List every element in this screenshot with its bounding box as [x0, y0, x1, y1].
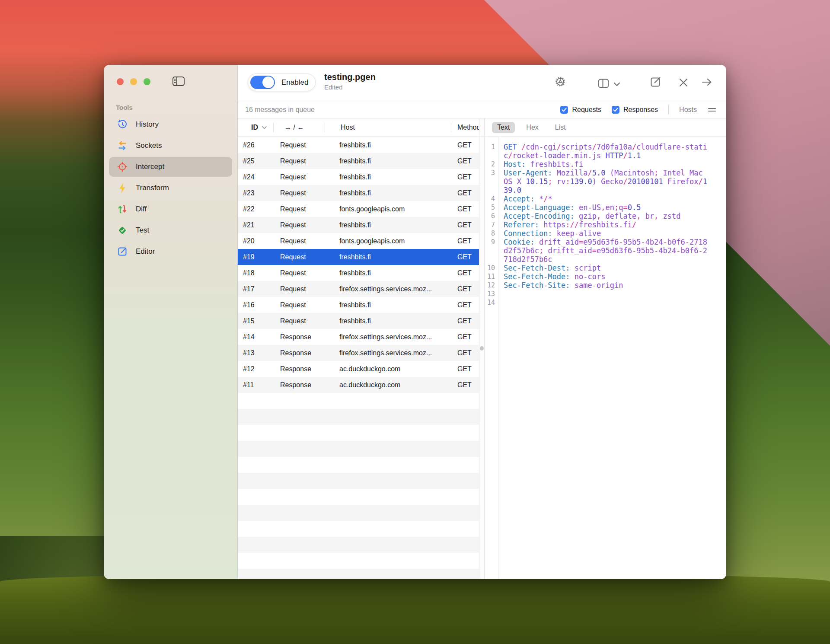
sidebar-toggle-icon[interactable] [171, 75, 186, 89]
compose-icon[interactable] [649, 75, 662, 90]
cell-direction: Request [273, 189, 325, 197]
table-row[interactable]: #26Requestfreshbits.fiGET [238, 137, 479, 153]
column-header-id[interactable]: ID [238, 124, 273, 131]
header-separator [273, 123, 274, 132]
code-line: 718d2f57b6c [485, 255, 726, 264]
cell-id: #21 [238, 221, 273, 229]
divider [668, 105, 669, 115]
settings-gear-icon[interactable] [554, 75, 567, 90]
column-header-method: Method [451, 124, 479, 131]
line-number: 2 [485, 160, 498, 169]
checkbox-label: Responses [623, 106, 658, 114]
tab-list[interactable]: List [550, 122, 571, 133]
filter-checkboxes: RequestsResponses [560, 106, 658, 114]
table-row[interactable]: #14Responsefirefox.settings.services.moz… [238, 329, 479, 345]
zoom-window-button[interactable] [144, 78, 150, 85]
toggle-label: Enabled [281, 78, 308, 87]
toggle-switch[interactable] [250, 76, 275, 89]
code-line: OS X 10.15; rv:139.0) Gecko/20100101 Fir… [485, 177, 726, 186]
enabled-toggle[interactable]: Enabled [248, 73, 316, 91]
line-number: 1 [485, 143, 498, 151]
cell-host: firefox.settings.services.moz... [325, 285, 451, 293]
cell-method: GET [451, 237, 479, 245]
table-row[interactable]: #20Requestfonts.googleapis.comGET [238, 233, 479, 249]
table-row[interactable]: #15Requestfreshbits.fiGET [238, 313, 479, 329]
sidebar-item-editor[interactable]: Editor [109, 242, 232, 261]
pane-splitter[interactable] [479, 118, 485, 579]
table-row[interactable]: #19Requestfreshbits.fiGET [238, 249, 479, 265]
table-row[interactable]: #24Requestfreshbits.fiGET [238, 169, 479, 185]
sidebar-item-sockets[interactable]: Sockets [109, 136, 232, 156]
header-separator [325, 123, 325, 132]
empty-row [238, 409, 479, 425]
sidebar-item-history[interactable]: History [109, 115, 232, 134]
header-separator [451, 123, 451, 132]
empty-row [238, 457, 479, 473]
sockets-arrows-icon [117, 140, 128, 151]
split-view-icon[interactable] [597, 77, 610, 92]
table-row[interactable]: #22Requestfonts.googleapis.comGET [238, 201, 479, 217]
cell-direction: Request [273, 157, 325, 165]
arrow-right-icon[interactable] [700, 76, 713, 90]
line-number [485, 246, 498, 255]
cell-method: GET [451, 221, 479, 229]
tab-hex[interactable]: Hex [521, 122, 543, 133]
empty-row [238, 569, 479, 579]
intercept-target-icon [117, 161, 128, 172]
table-row[interactable]: #13Responsefirefox.settings.services.moz… [238, 345, 479, 361]
table-row[interactable]: #18Requestfreshbits.fiGET [238, 265, 479, 281]
table-row[interactable]: #16Requestfreshbits.fiGET [238, 297, 479, 313]
cell-host: freshbits.fi [325, 253, 451, 261]
requests-checkbox[interactable]: Requests [560, 106, 601, 114]
close-icon[interactable] [677, 76, 690, 91]
line-number [485, 177, 498, 186]
queue-bar: 16 messages in queue RequestsResponses H… [238, 101, 726, 118]
sidebar-item-diff[interactable]: Diff [109, 199, 232, 219]
code-text: GET /cdn-cgi/scripts/7d0fa10a/cloudflare… [498, 143, 707, 151]
tab-text[interactable]: Text [492, 122, 515, 133]
minimize-window-button[interactable] [130, 78, 137, 85]
scrollbar-thumb[interactable] [480, 346, 484, 351]
cell-host: freshbits.fi [325, 189, 451, 197]
table-row[interactable]: #11Responseac.duckduckgo.comGET [238, 377, 479, 393]
table-row[interactable]: #12Responseac.duckduckgo.comGET [238, 361, 479, 377]
cell-direction: Response [273, 381, 325, 389]
cell-method: GET [451, 349, 479, 357]
responses-checkbox[interactable]: Responses [612, 106, 658, 114]
editor-compose-icon [117, 246, 128, 257]
code-line: 10Sec-Fetch-Dest: script [485, 264, 726, 272]
code-line: 2Host: freshbits.fi [485, 160, 726, 169]
diff-arrows-icon [117, 204, 128, 215]
line-number: 12 [485, 281, 498, 290]
table-row[interactable]: #21Requestfreshbits.fiGET [238, 217, 479, 233]
code-editor[interactable]: 1GET /cdn-cgi/scripts/7d0fa10a/cloudflar… [485, 137, 726, 579]
code-text: User-Agent: Mozilla/5.0 (Macintosh; Inte… [498, 169, 703, 177]
table-row[interactable]: #23Requestfreshbits.fiGET [238, 185, 479, 201]
sidebar-item-test[interactable]: Test [109, 220, 232, 240]
code-text: Accept-Language: en-US,en;q=0.5 [498, 203, 641, 212]
code-line: 8Connection: keep-alive [485, 229, 726, 238]
table-row[interactable]: #25Requestfreshbits.fiGET [238, 153, 479, 169]
close-window-button[interactable] [117, 78, 124, 85]
sidebar-item-intercept[interactable]: Intercept [109, 157, 232, 177]
cell-direction: Response [273, 333, 325, 341]
cell-direction: Request [273, 317, 325, 325]
sidebar-item-label: Sockets [136, 141, 162, 150]
cell-method: GET [451, 253, 479, 261]
code-line: 4Accept: */* [485, 194, 726, 203]
main-area: Enabled testing.pgen Edited 16 messages … [238, 65, 726, 579]
sidebar-item-transform[interactable]: Transform [109, 178, 232, 198]
cell-host: freshbits.fi [325, 221, 451, 229]
empty-row [238, 441, 479, 457]
code-text: 39.0 [498, 186, 521, 194]
filter-icon[interactable] [707, 106, 717, 113]
line-number: 13 [485, 290, 498, 298]
code-line: 1GET /cdn-cgi/scripts/7d0fa10a/cloudflar… [485, 143, 726, 151]
chevron-down-icon[interactable] [613, 81, 620, 89]
cell-id: #20 [238, 237, 273, 245]
table-row[interactable]: #17Requestfirefox.settings.services.moz.… [238, 281, 479, 297]
cell-id: #23 [238, 189, 273, 197]
hosts-button[interactable]: Hosts [679, 106, 697, 114]
cell-id: #12 [238, 365, 273, 373]
empty-row [238, 473, 479, 489]
